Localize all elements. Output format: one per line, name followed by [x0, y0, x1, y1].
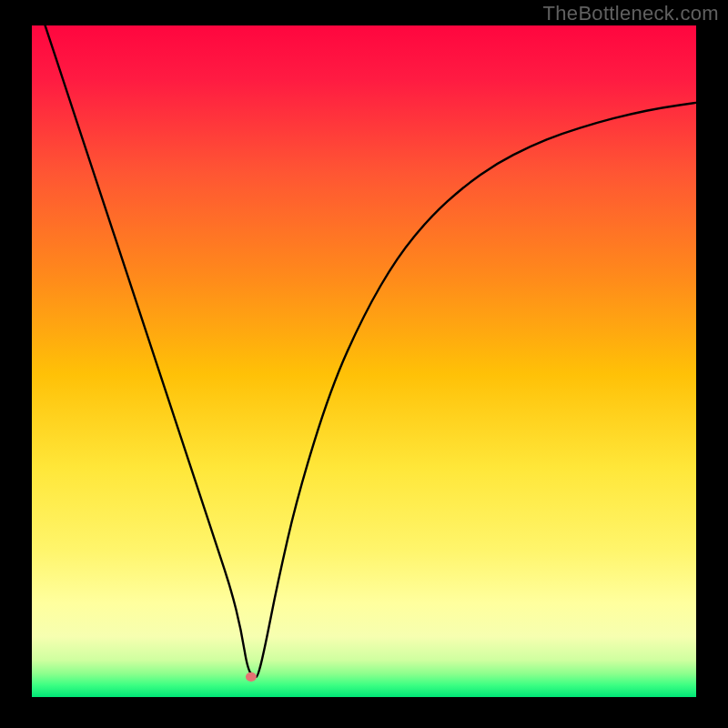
plot-svg — [32, 25, 696, 697]
chart-frame: TheBottleneck.com — [0, 0, 728, 728]
optimum-marker — [246, 672, 257, 682]
watermark-text: TheBottleneck.com — [543, 2, 719, 25]
plot-area — [32, 25, 696, 697]
gradient-background — [32, 25, 696, 697]
